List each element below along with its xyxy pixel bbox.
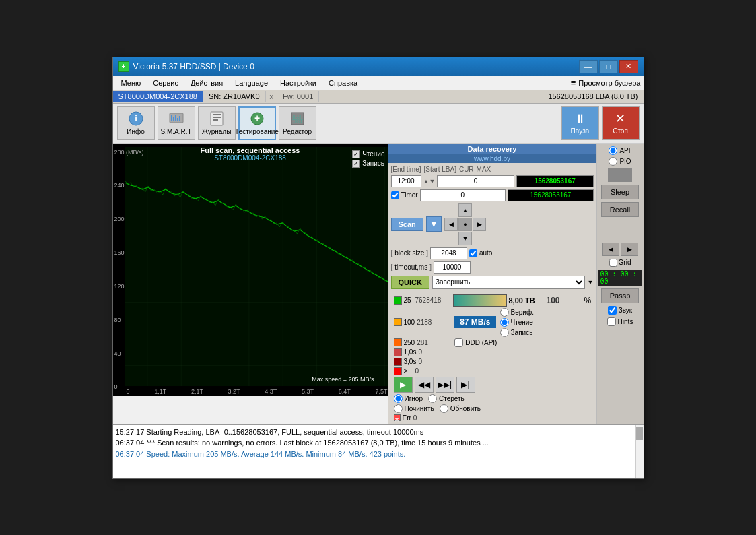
- start-lba-input[interactable]: [437, 175, 514, 187]
- small-btn-right[interactable]: ▶: [621, 243, 638, 256]
- toolbar-journals-button[interactable]: Журналы: [198, 106, 236, 140]
- red-color-box: [394, 367, 402, 375]
- speed-badge: 87 MB/s: [454, 316, 495, 328]
- direction-pad: ▲ ◀ ● ▶ ▼: [444, 203, 486, 245]
- timer-checkbox[interactable]: [391, 191, 399, 199]
- grid-label: Grid: [619, 259, 631, 266]
- update-radio[interactable]: [440, 404, 448, 413]
- small-btn-left[interactable]: ◀: [602, 243, 619, 256]
- drive-model[interactable]: ST8000DM004-2CX188: [113, 91, 203, 102]
- scrollbar-thumb[interactable]: [636, 427, 643, 440]
- transport-end-button[interactable]: ▶|: [456, 377, 475, 393]
- data-recovery-website: www.hdd.by: [388, 154, 596, 163]
- pio-radio-item: PIO: [609, 157, 631, 166]
- dir-up-button[interactable]: ▲: [458, 203, 472, 217]
- read-radio-item: Чтение: [500, 318, 534, 327]
- transport-play-button[interactable]: ▶: [394, 377, 413, 393]
- svg-rect-4: [173, 117, 174, 121]
- block-size-input[interactable]: [430, 247, 467, 259]
- maximize-button[interactable]: □: [599, 60, 618, 73]
- drive-close[interactable]: x: [266, 92, 278, 100]
- toolbar-info-button[interactable]: i Инфо: [117, 106, 155, 140]
- max-label: MAX: [477, 166, 491, 173]
- toolbar-pause-button[interactable]: ⏸ Пауза: [561, 106, 599, 140]
- svg-text:+: +: [254, 113, 259, 123]
- max-speed-label: Max speed = 205 MB/s: [312, 376, 374, 383]
- auto-checkbox[interactable]: [469, 249, 477, 257]
- toolbar-smart-button[interactable]: S.M.A.R.T: [158, 106, 195, 140]
- fix-label: Починить: [405, 405, 434, 412]
- svg-rect-5: [175, 115, 176, 121]
- dir-right-button[interactable]: ▶: [473, 218, 486, 231]
- scan-dropdown-button[interactable]: ▼: [426, 216, 442, 232]
- timeout-input[interactable]: [434, 261, 471, 274]
- red1s-count: 0: [418, 348, 452, 356]
- ddd-check[interactable]: [454, 338, 463, 347]
- menu-help[interactable]: Справка: [323, 77, 363, 88]
- fix-radio[interactable]: [394, 404, 403, 413]
- hints-checkbox[interactable]: [607, 317, 616, 326]
- dir-down-button[interactable]: ▼: [458, 232, 472, 245]
- menu-language[interactable]: Language: [230, 77, 273, 88]
- timer-value-input[interactable]: [420, 189, 506, 201]
- window-title: Victoria 5.37 HDD/SSD | Device 0: [133, 62, 254, 71]
- ddd-label: DDD (API): [465, 339, 497, 346]
- verify-radio[interactable]: [500, 308, 509, 317]
- api-radio[interactable]: [609, 146, 617, 155]
- dir-left-button[interactable]: ◀: [444, 218, 458, 231]
- menu-actions[interactable]: Действия: [185, 77, 228, 88]
- chart-area: Full scan, sequential access ST8000DM004…: [113, 144, 388, 396]
- svg-rect-19: [125, 147, 388, 386]
- menu-settings[interactable]: Настройки: [275, 77, 322, 88]
- sleep-button[interactable]: Sleep: [601, 185, 639, 199]
- quick-button[interactable]: QUICK: [391, 276, 429, 289]
- editor-icon: 0111011001110001: [289, 111, 306, 127]
- verify-radio-item: Вериф.: [500, 308, 534, 317]
- menu-service[interactable]: Сервис: [147, 77, 184, 88]
- finish-select[interactable]: Завершить: [432, 276, 585, 289]
- orange250-count: 281: [417, 339, 450, 346]
- end-time-input[interactable]: [391, 175, 421, 187]
- erase-radio[interactable]: [428, 394, 437, 403]
- red-count: 0: [415, 367, 449, 375]
- red1s-color-box: [394, 348, 402, 356]
- minimize-button[interactable]: —: [579, 60, 598, 73]
- recall-button[interactable]: Recall: [601, 202, 639, 217]
- hints-label: Hints: [618, 318, 633, 325]
- menu-bar: Меню Сервис Действия Language Настройки …: [113, 76, 644, 90]
- transport-rewind-button[interactable]: ◀◀: [415, 377, 434, 393]
- small-btn-1[interactable]: [608, 168, 632, 182]
- green-color-box: [394, 296, 402, 305]
- erase-label: Стереть: [439, 395, 465, 402]
- chart-x-labels: 0 1,1T 2,1T 3,2T 4,3T 5,3T 6,4T 7,5T: [127, 388, 388, 395]
- error-row-2: Починить Обновить: [394, 404, 591, 413]
- passp-button[interactable]: Passp: [601, 288, 639, 303]
- read-checkbox[interactable]: ✓: [352, 150, 360, 158]
- toolbar-stop-button[interactable]: ✕ Стоп: [602, 106, 640, 140]
- read-radio[interactable]: [500, 318, 509, 327]
- ignore-radio[interactable]: [394, 394, 403, 403]
- menu-buffer[interactable]: ≡ Просмотр буфера: [571, 77, 641, 88]
- drive-sn: SN: ZR10AVK0: [203, 91, 266, 102]
- error-row: Игнор Стереть: [394, 394, 591, 403]
- pio-radio[interactable]: [609, 157, 617, 166]
- write-radio[interactable]: [500, 328, 509, 337]
- toolbar-test-button[interactable]: + Тестирование: [238, 106, 276, 140]
- chart-y-labels: 280 (MB/s) 240 200 160 120 80 40 0: [114, 144, 144, 396]
- write-radio-item: Запись: [500, 328, 534, 337]
- transport-ffwd-button[interactable]: ▶▶|: [436, 377, 454, 393]
- write-checkbox[interactable]: ✓: [352, 160, 360, 168]
- drive-fw: Fw: 0001: [277, 91, 319, 102]
- orange250-label: 250: [404, 339, 415, 346]
- grid-checkbox[interactable]: [609, 259, 617, 267]
- drive-lba: 15628053168 LBA (8,0 TB): [543, 91, 643, 102]
- scan-button[interactable]: Scan: [391, 218, 423, 231]
- start-lba-label: [Start LBA]: [424, 166, 456, 173]
- dir-center-button[interactable]: ●: [458, 218, 472, 231]
- close-button[interactable]: ✕: [619, 60, 638, 73]
- log-scrollbar[interactable]: [635, 425, 644, 478]
- sound-checkbox[interactable]: [608, 306, 617, 315]
- toolbar-editor-button[interactable]: 0111011001110001 Редактор: [279, 106, 316, 140]
- menu-menu[interactable]: Меню: [116, 77, 147, 88]
- red3s-count: 0: [418, 358, 452, 365]
